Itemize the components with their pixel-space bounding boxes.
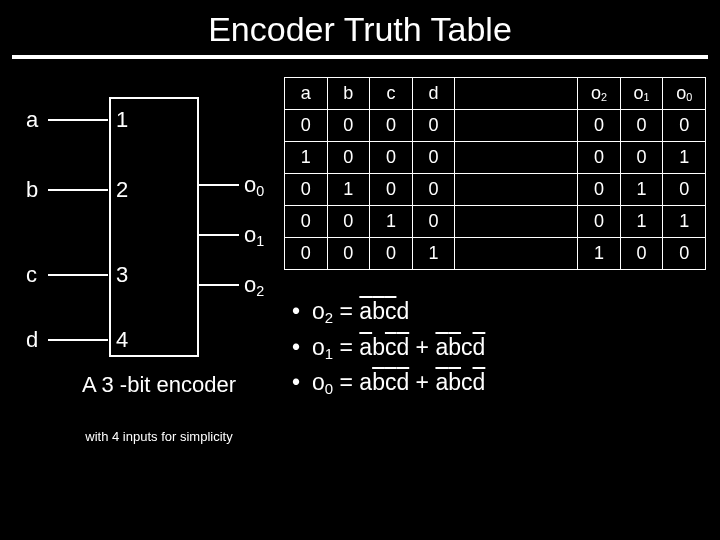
encoder-caption-small: with 4 inputs for simplicity xyxy=(74,429,244,445)
encoder-input-d: d xyxy=(26,327,38,353)
table-header: a xyxy=(285,78,328,110)
encoder-pin-number: 4 xyxy=(116,327,128,353)
table-header: b xyxy=(327,78,370,110)
table-cell: 1 xyxy=(285,142,328,174)
table-gap xyxy=(455,238,578,270)
table-row: 1000001 xyxy=(285,142,706,174)
encoder-output-wire xyxy=(199,184,239,186)
table-cell: 0 xyxy=(370,142,413,174)
table-cell: 0 xyxy=(285,110,328,142)
encoder-pin-number: 1 xyxy=(116,107,128,133)
table-gap xyxy=(455,206,578,238)
table-cell: 0 xyxy=(327,206,370,238)
content-row: A 3 -bit encoder with 4 inputs for simpl… xyxy=(0,77,720,517)
encoder-input-b: b xyxy=(26,177,38,203)
encoder-output-label: o0 xyxy=(244,172,264,199)
table-cell: 0 xyxy=(412,206,455,238)
right-column: abcdo2o1o0 00000001000001010001000100110… xyxy=(284,77,706,517)
page-title: Encoder Truth Table xyxy=(0,0,720,55)
table-cell: 0 xyxy=(327,142,370,174)
table-cell: 0 xyxy=(285,206,328,238)
equation-o0: o0 = abcd + abcd xyxy=(312,365,706,401)
table-row: 0000000 xyxy=(285,110,706,142)
table-cell: 0 xyxy=(620,142,663,174)
table-cell: 0 xyxy=(327,110,370,142)
table-gap xyxy=(455,174,578,206)
equation-o1: o1 = abcd + abcd xyxy=(312,330,706,366)
table-cell: 1 xyxy=(412,238,455,270)
table-header: c xyxy=(370,78,413,110)
table-row: 0100010 xyxy=(285,174,706,206)
truth-table: abcdo2o1o0 00000001000001010001000100110… xyxy=(284,77,706,270)
table-header: d xyxy=(412,78,455,110)
equations: o2 = abcdo1 = abcd + abcdo0 = abcd + abc… xyxy=(312,294,706,401)
table-header: o2 xyxy=(578,78,621,110)
table-cell: 1 xyxy=(327,174,370,206)
table-cell: 0 xyxy=(370,238,413,270)
encoder-box xyxy=(109,97,199,357)
table-cell: 0 xyxy=(285,174,328,206)
table-cell: 0 xyxy=(578,110,621,142)
table-cell: 0 xyxy=(663,238,706,270)
table-cell: 0 xyxy=(663,110,706,142)
encoder-pin-number: 3 xyxy=(116,262,128,288)
table-header: o0 xyxy=(663,78,706,110)
table-cell: 1 xyxy=(663,206,706,238)
table-cell: 0 xyxy=(620,238,663,270)
encoder-diagram: A 3 -bit encoder with 4 inputs for simpl… xyxy=(14,77,284,517)
table-gap xyxy=(455,142,578,174)
table-cell: 1 xyxy=(620,174,663,206)
table-cell: 1 xyxy=(578,238,621,270)
table-cell: 1 xyxy=(663,142,706,174)
encoder-pin-number: 2 xyxy=(116,177,128,203)
table-cell: 0 xyxy=(327,238,370,270)
table-cell: 0 xyxy=(412,110,455,142)
table-cell: 0 xyxy=(578,174,621,206)
table-gap xyxy=(455,110,578,142)
table-cell: 1 xyxy=(620,206,663,238)
table-cell: 0 xyxy=(578,206,621,238)
table-cell: 1 xyxy=(370,206,413,238)
encoder-output-label: o2 xyxy=(244,272,264,299)
table-cell: 0 xyxy=(370,174,413,206)
table-cell: 0 xyxy=(578,142,621,174)
encoder-output-label: o1 xyxy=(244,222,264,249)
encoder-input-a: a xyxy=(26,107,38,133)
encoder-output-wire xyxy=(199,234,239,236)
table-row: 0010011 xyxy=(285,206,706,238)
table-header: o1 xyxy=(620,78,663,110)
table-cell: 0 xyxy=(663,174,706,206)
encoder-output-wire xyxy=(199,284,239,286)
table-cell: 0 xyxy=(412,174,455,206)
table-header xyxy=(455,78,578,110)
title-rule xyxy=(12,55,708,59)
encoder-input-c: c xyxy=(26,262,37,288)
encoder-caption: A 3 -bit encoder xyxy=(64,372,254,398)
table-header-row: abcdo2o1o0 xyxy=(285,78,706,110)
equation-o2: o2 = abcd xyxy=(312,294,706,330)
table-cell: 0 xyxy=(620,110,663,142)
table-cell: 0 xyxy=(285,238,328,270)
table-cell: 0 xyxy=(370,110,413,142)
table-row: 0001100 xyxy=(285,238,706,270)
table-cell: 0 xyxy=(412,142,455,174)
